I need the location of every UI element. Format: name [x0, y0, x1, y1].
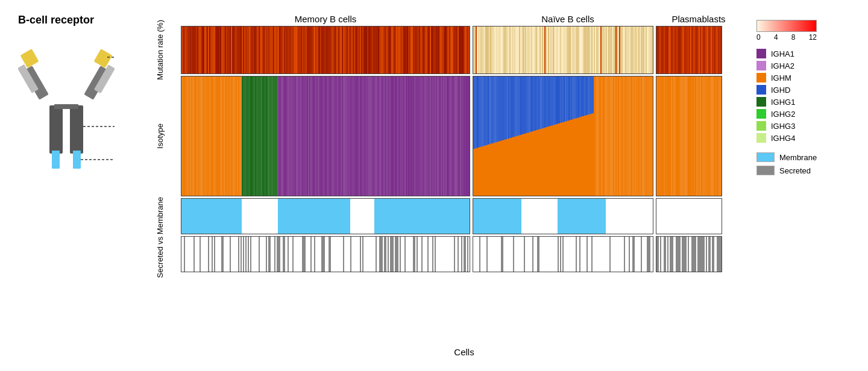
svg-rect-1135 [343, 199, 344, 234]
svg-rect-658 [412, 76, 413, 196]
svg-rect-1408 [677, 199, 678, 234]
svg-rect-366 [605, 26, 606, 74]
svg-rect-106 [289, 26, 290, 74]
svg-rect-119 [304, 26, 306, 74]
svg-rect-987 [706, 76, 707, 196]
svg-rect-546 [277, 76, 278, 196]
svg-rect-1791 [600, 237, 601, 272]
svg-rect-433 [682, 26, 683, 74]
svg-rect-1858 [683, 237, 684, 272]
legend-ighd-swatch [756, 85, 766, 95]
svg-rect-1056 [248, 199, 249, 234]
group-headers: Memory B cells Naïve B cells Plasmablast… [181, 14, 747, 24]
svg-rect-1370 [629, 199, 630, 234]
svg-rect-1048 [238, 199, 239, 234]
svg-rect-193 [394, 26, 395, 74]
svg-rect-657 [410, 76, 412, 196]
svg-rect-151 [343, 26, 344, 74]
svg-rect-494 [214, 76, 215, 196]
svg-rect-1290 [532, 199, 533, 234]
svg-rect-8 [52, 151, 60, 169]
svg-rect-263 [480, 26, 482, 74]
svg-rect-1643 [419, 237, 420, 272]
svg-rect-1191 [410, 199, 412, 234]
svg-rect-163 [357, 26, 359, 74]
svg-rect-581 [319, 76, 320, 196]
antibody-svg [18, 33, 115, 190]
svg-rect-381 [623, 26, 624, 74]
svg-rect-1650 [427, 237, 429, 272]
svg-rect-643 [394, 76, 395, 196]
svg-rect-1429 [702, 199, 703, 234]
svg-rect-1070 [265, 199, 266, 234]
svg-rect-293 [517, 26, 518, 74]
svg-rect-506 [228, 76, 230, 196]
svg-rect-1559 [318, 237, 319, 272]
svg-rect-558 [291, 76, 292, 196]
svg-rect-1068 [262, 199, 263, 234]
svg-rect-48 [219, 26, 220, 74]
svg-rect-1010 [192, 199, 193, 234]
svg-rect-1740 [538, 237, 539, 272]
svg-rect-1124 [330, 199, 331, 234]
svg-rect-351 [587, 26, 588, 74]
svg-rect-111 [295, 26, 296, 74]
svg-rect-1673 [455, 237, 456, 272]
svg-rect-1570 [331, 237, 332, 272]
svg-rect-1102 [303, 199, 304, 234]
svg-rect-330 [561, 26, 562, 74]
svg-rect-933 [562, 122, 565, 196]
svg-rect-1764 [567, 237, 568, 272]
svg-rect-343 [577, 26, 578, 74]
svg-rect-562 [296, 76, 297, 196]
svg-rect-629 [377, 76, 378, 196]
svg-rect-1211 [435, 199, 436, 234]
svg-rect-948 [659, 76, 660, 196]
svg-rect-1496 [242, 237, 243, 272]
svg-rect-1443 [719, 199, 720, 234]
svg-rect-249 [461, 26, 462, 74]
svg-rect-82 [260, 26, 261, 74]
svg-rect-1565 [325, 237, 326, 272]
svg-rect-1686 [473, 237, 474, 272]
svg-rect-229 [437, 26, 438, 74]
svg-rect-1592 [357, 237, 359, 272]
svg-rect-1405 [673, 199, 675, 234]
svg-rect-1432 [706, 199, 707, 234]
svg-rect-622 [368, 76, 370, 196]
svg-rect-1587 [351, 237, 353, 272]
svg-rect-1308 [554, 199, 555, 234]
svg-rect-1210 [433, 199, 435, 234]
svg-rect-1670 [451, 237, 453, 272]
svg-rect-1768 [572, 237, 573, 272]
svg-rect-942 [584, 116, 587, 196]
svg-rect-1313 [560, 199, 561, 234]
svg-rect-1615 [385, 237, 386, 272]
svg-rect-1818 [632, 237, 634, 272]
svg-rect-70 [245, 26, 247, 74]
svg-rect-1792 [601, 237, 602, 272]
svg-rect-522 [248, 76, 249, 196]
group-header-naive: Naïve B cells [477, 14, 658, 24]
svg-rect-266 [484, 26, 485, 74]
svg-rect-1106 [308, 199, 309, 234]
svg-rect-905 [495, 142, 497, 196]
svg-rect-1302 [547, 199, 548, 234]
svg-rect-1171 [386, 199, 388, 234]
svg-rect-818 [607, 76, 608, 196]
svg-rect-1752 [553, 237, 554, 272]
svg-rect-1306 [552, 199, 553, 234]
svg-rect-548 [279, 76, 280, 196]
svg-rect-1300 [544, 199, 546, 234]
svg-rect-1843 [665, 237, 666, 272]
svg-rect-626 [373, 76, 374, 196]
svg-rect-917 [524, 134, 526, 196]
svg-rect-1033 [220, 199, 221, 234]
svg-rect-1788 [596, 237, 597, 272]
svg-rect-1676 [459, 237, 460, 272]
svg-rect-0 [49, 105, 63, 154]
svg-rect-98 [279, 26, 280, 74]
svg-rect-121 [307, 26, 308, 74]
svg-rect-102 [284, 26, 285, 74]
svg-rect-423 [670, 26, 671, 74]
